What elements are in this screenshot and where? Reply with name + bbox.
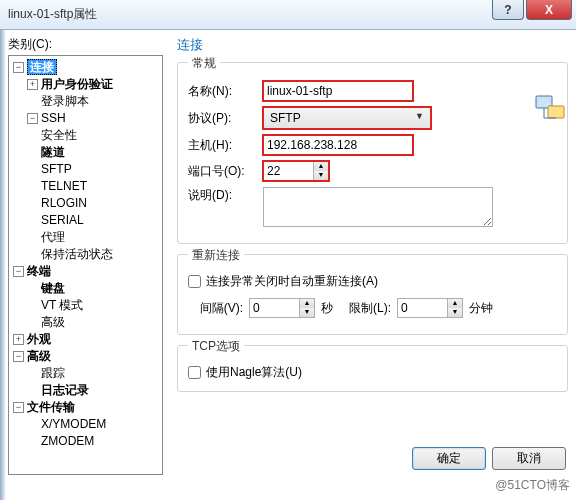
tree-login-script[interactable]: 登录脚本 [41,94,89,108]
desc-label: 说明(D): [188,187,263,204]
general-group: 常规 名称(N): 协议(P): SFTP 主机(H): 端口号(O): ▲▼ [177,62,568,244]
window-title: linux-01-sftp属性 [8,6,97,23]
spin-down-icon[interactable]: ▼ [448,308,462,317]
close-button[interactable]: X [526,0,572,20]
collapse-icon[interactable]: − [13,266,24,277]
category-tree[interactable]: −连接 +用户身份验证 登录脚本 −SSH 安全性 隧道 SFTP [8,55,163,475]
spin-up-icon[interactable]: ▲ [448,299,462,308]
name-label: 名称(N): [188,83,263,100]
tree-terminal[interactable]: 终端 [27,264,51,278]
name-input[interactable] [263,81,413,101]
interval-label: 间隔(V): [188,300,243,317]
tree-tunnel[interactable]: 隧道 [41,145,65,159]
spin-up-icon[interactable]: ▲ [314,162,328,171]
reconnect-chk-label: 连接异常关闭时自动重新连接(A) [206,273,378,290]
tree-term-advanced[interactable]: 高级 [41,315,65,329]
tree-ssh[interactable]: SSH [41,111,66,125]
ok-button[interactable]: 确定 [412,447,486,470]
tree-proxy[interactable]: 代理 [41,230,65,244]
tree-trace[interactable]: 跟踪 [41,366,65,380]
reconnect-group: 重新连接 连接异常关闭时自动重新连接(A) 间隔(V): ▲▼ 秒 限制(L):… [177,254,568,335]
limit-input[interactable] [397,298,447,318]
general-legend: 常规 [188,55,220,72]
watermark: @51CTO博客 [495,477,570,494]
category-label: 类别(C): [8,36,163,53]
port-spinner[interactable]: ▲▼ [263,161,329,181]
collapse-icon[interactable]: − [13,402,24,413]
titlebar: linux-01-sftp属性 ? X [0,0,576,30]
tree-advanced[interactable]: 高级 [27,349,51,363]
host-label: 主机(H): [188,137,263,154]
tree-keepalive[interactable]: 保持活动状态 [41,247,113,261]
tree-file-transfer[interactable]: 文件传输 [27,400,75,414]
tree-logging[interactable]: 日志记录 [41,383,89,397]
reconnect-checkbox[interactable] [188,275,201,288]
spin-up-icon[interactable]: ▲ [300,299,314,308]
collapse-icon[interactable]: − [27,113,38,124]
tree-security[interactable]: 安全性 [41,128,77,142]
limit-spinner[interactable]: ▲▼ [397,298,463,318]
minutes-label: 分钟 [469,300,493,317]
tree-zmodem[interactable]: ZMODEM [41,434,94,448]
expand-icon[interactable]: + [27,79,38,90]
nagle-chk-label: 使用Nagle算法(U) [206,364,302,381]
tcp-group: TCP选项 使用Nagle算法(U) [177,345,568,392]
seconds-label: 秒 [321,300,333,317]
tree-serial[interactable]: SERIAL [41,213,84,227]
limit-label: 限制(L): [349,300,391,317]
collapse-icon[interactable]: − [13,351,24,362]
interval-spinner[interactable]: ▲▼ [249,298,315,318]
protocol-label: 协议(P): [188,110,263,127]
collapse-icon[interactable]: − [13,62,24,73]
help-button[interactable]: ? [492,0,524,20]
tree-rlogin[interactable]: RLOGIN [41,196,87,210]
desc-input[interactable] [263,187,493,227]
tree-appearance[interactable]: 外观 [27,332,51,346]
window-left-border [0,30,6,500]
tree-telnet[interactable]: TELNET [41,179,87,193]
port-label: 端口号(O): [188,163,263,180]
spin-down-icon[interactable]: ▼ [300,308,314,317]
tree-user-auth[interactable]: 用户身份验证 [41,77,113,91]
tree-vt[interactable]: VT 模式 [41,298,83,312]
tree-xymodem[interactable]: X/YMODEM [41,417,106,431]
spin-down-icon[interactable]: ▼ [314,171,328,180]
host-input[interactable] [263,135,413,155]
tree-keyboard[interactable]: 键盘 [41,281,65,295]
tree-connection[interactable]: 连接 [27,59,57,75]
nagle-checkbox[interactable] [188,366,201,379]
panel-heading: 连接 [177,36,568,54]
reconnect-legend: 重新连接 [188,247,244,264]
interval-input[interactable] [249,298,299,318]
cancel-button[interactable]: 取消 [492,447,566,470]
expand-icon[interactable]: + [13,334,24,345]
tree-sftp[interactable]: SFTP [41,162,72,176]
tcp-legend: TCP选项 [188,338,244,355]
protocol-select[interactable]: SFTP [263,107,431,129]
port-input[interactable] [263,161,313,181]
